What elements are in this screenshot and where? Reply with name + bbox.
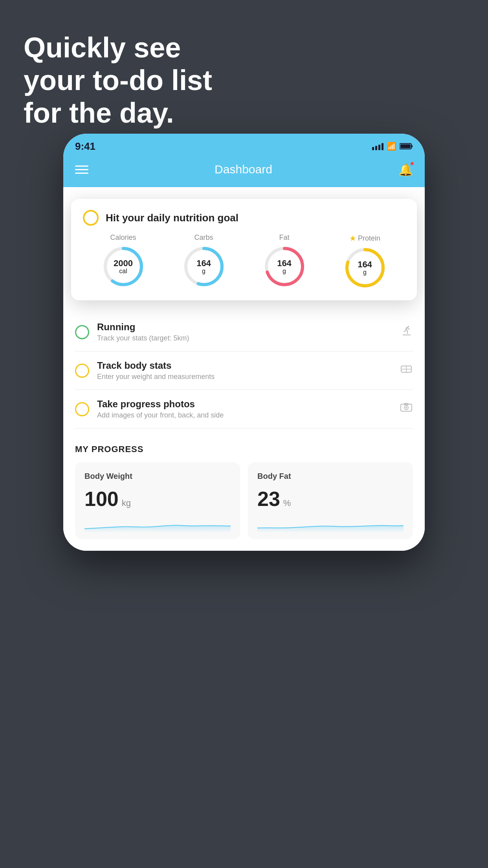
- nutrition-card: Hit your daily nutrition goal Calories 2…: [71, 199, 417, 300]
- notification-dot: [410, 161, 415, 166]
- protein-ring: 164 g: [343, 246, 387, 289]
- star-icon: ★: [349, 234, 356, 243]
- calories-label: Calories: [110, 234, 136, 242]
- nutrition-circles: Calories 2000 cal Carbs: [83, 234, 405, 289]
- fat-value: 164: [277, 259, 292, 268]
- svg-rect-1: [411, 145, 413, 147]
- running-text: Running Track your stats (target: 5km): [97, 322, 392, 342]
- todo-item-progress-photos[interactable]: Take progress photos Add images of your …: [75, 390, 413, 428]
- nutrition-card-title: Hit your daily nutrition goal: [106, 212, 238, 224]
- status-bar: 9:41 📶: [63, 134, 425, 156]
- todo-item-body-stats[interactable]: Track body stats Enter your weight and m…: [75, 351, 413, 390]
- progress-photos-icon: [400, 402, 413, 416]
- body-weight-card[interactable]: Body Weight 100 kg: [75, 462, 240, 539]
- running-title: Running: [97, 322, 392, 333]
- carbs-circle-item: Carbs 164 g: [182, 234, 226, 288]
- progress-photos-subtitle: Add images of your front, back, and side: [97, 411, 392, 419]
- calories-circle-item: Calories 2000 cal: [102, 234, 145, 288]
- progress-photos-check-circle: [75, 402, 89, 416]
- header-title: Dashboard: [215, 163, 272, 176]
- protein-label: Protein: [358, 234, 380, 243]
- app-content: THINGS TO DO TODAY Hit your daily nutrit…: [63, 187, 425, 551]
- carbs-value: 164: [196, 259, 211, 268]
- carbs-ring: 164 g: [182, 245, 226, 288]
- phone-bottom-spacer: [63, 539, 425, 551]
- notification-bell-button[interactable]: 🔔: [398, 163, 413, 177]
- calories-unit: cal: [114, 268, 133, 274]
- body-stats-subtitle: Enter your weight and measurements: [97, 373, 392, 381]
- body-weight-value-row: 100 kg: [84, 487, 231, 511]
- protein-circle-item: ★ Protein 164 g: [343, 234, 387, 289]
- phone-mockup: 9:41 📶 Dashboard 🔔: [63, 134, 425, 551]
- body-stats-icon: [400, 364, 413, 377]
- fat-unit: g: [277, 268, 292, 274]
- body-weight-chart: [84, 517, 231, 533]
- battery-icon: [400, 143, 413, 150]
- fat-circle-item: Fat 164 g: [263, 234, 306, 288]
- hamburger-menu[interactable]: [75, 166, 88, 174]
- todo-item-running[interactable]: Running Track your stats (target: 5km): [75, 313, 413, 351]
- protein-unit: g: [358, 269, 372, 276]
- carbs-label: Carbs: [194, 234, 213, 242]
- running-subtitle: Track your stats (target: 5km): [97, 334, 392, 342]
- fat-ring: 164 g: [263, 245, 306, 288]
- body-stats-text: Track body stats Enter your weight and m…: [97, 360, 392, 381]
- body-fat-title: Body Fat: [257, 472, 404, 481]
- progress-cards: Body Weight 100 kg: [75, 462, 413, 539]
- nutrition-card-header: Hit your daily nutrition goal: [83, 210, 405, 226]
- body-fat-value: 23: [257, 487, 280, 511]
- fat-label: Fat: [279, 234, 289, 242]
- signal-icon: [372, 142, 383, 150]
- status-time: 9:41: [75, 140, 95, 153]
- carbs-unit: g: [196, 268, 211, 274]
- hero-text: Quickly see your to-do list for the day.: [24, 31, 212, 129]
- calories-ring: 2000 cal: [102, 245, 145, 288]
- body-fat-card[interactable]: Body Fat 23 %: [248, 462, 413, 539]
- hero-line-3: for the day.: [24, 97, 212, 129]
- status-icons: 📶: [372, 142, 413, 151]
- protein-value: 164: [358, 260, 372, 269]
- progress-heading: MY PROGRESS: [75, 444, 413, 454]
- calories-value: 2000: [114, 259, 133, 268]
- body-weight-title: Body Weight: [84, 472, 231, 481]
- progress-photos-title: Take progress photos: [97, 399, 392, 410]
- protein-label-row: ★ Protein: [349, 234, 380, 243]
- nutrition-check-circle: [83, 210, 99, 226]
- body-stats-check-circle: [75, 364, 89, 378]
- svg-point-16: [405, 407, 407, 408]
- progress-photos-text: Take progress photos Add images of your …: [97, 399, 392, 419]
- running-check-circle: [75, 325, 89, 339]
- running-icon: [400, 325, 413, 339]
- body-fat-unit: %: [283, 498, 291, 508]
- body-fat-chart: [257, 517, 404, 533]
- progress-section: MY PROGRESS Body Weight 100 kg: [63, 428, 425, 539]
- body-stats-title: Track body stats: [97, 360, 392, 371]
- body-weight-unit: kg: [122, 498, 131, 508]
- app-header: Dashboard 🔔: [63, 156, 425, 187]
- body-weight-value: 100: [84, 487, 119, 511]
- body-fat-value-row: 23 %: [257, 487, 404, 511]
- wifi-icon: 📶: [387, 142, 396, 151]
- todo-list: Running Track your stats (target: 5km) T…: [63, 313, 425, 428]
- svg-rect-2: [400, 144, 411, 148]
- hero-line-1: Quickly see: [24, 31, 212, 64]
- hero-line-2: your to-do list: [24, 64, 212, 97]
